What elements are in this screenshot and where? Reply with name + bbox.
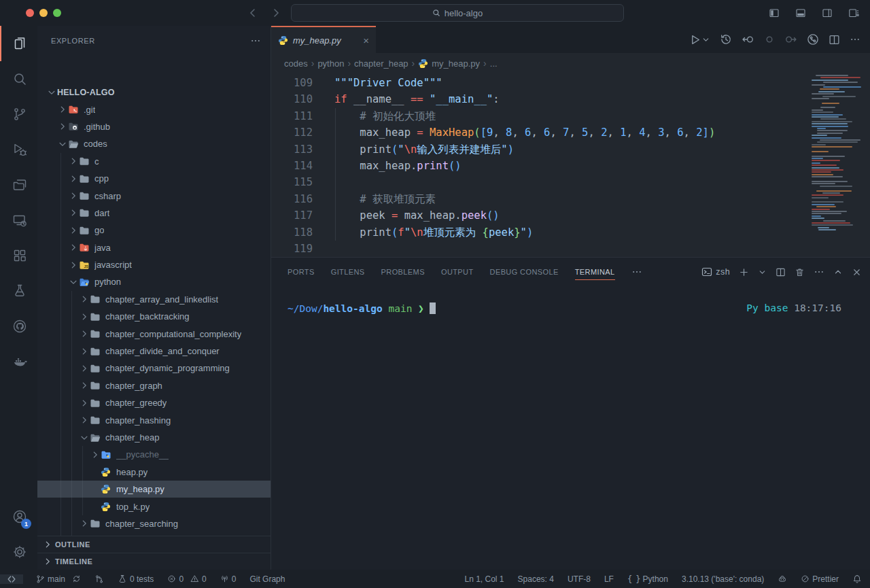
traffic-lights[interactable] xyxy=(26,9,61,17)
tree-folder-codes[interactable]: codes xyxy=(37,135,271,152)
close-tab-icon[interactable]: × xyxy=(363,35,369,46)
customize-layout-button[interactable] xyxy=(846,5,862,21)
split-terminal-button[interactable] xyxy=(776,267,786,277)
tree-folder-chapter-graph[interactable]: chapter_graph xyxy=(37,377,271,394)
kill-terminal-button[interactable] xyxy=(795,267,805,277)
tree-file-heap-py[interactable]: heap.py xyxy=(37,464,271,481)
status-remote[interactable] xyxy=(0,574,23,584)
status-tests[interactable]: 0 tests xyxy=(116,574,155,584)
tree-folder-dart[interactable]: dart xyxy=(37,205,271,222)
tree-folder-chapter-backtracking[interactable]: chapter_backtracking xyxy=(37,308,271,325)
tree-file-top-k-py[interactable]: top_k.py xyxy=(37,498,271,515)
git-graph-button[interactable] xyxy=(807,33,819,46)
tree-folder-chapter-greedy[interactable]: chapter_greedy xyxy=(37,394,271,411)
code-editor[interactable]: 109"""Driver Code"""110if __name__ == "_… xyxy=(271,73,870,257)
activity-remote-explorer-icon[interactable] xyxy=(0,203,37,238)
chevron-right-icon[interactable] xyxy=(68,190,79,201)
panel-tab-terminal[interactable]: TERMINAL xyxy=(575,258,615,286)
chevron-right-icon[interactable] xyxy=(79,518,90,529)
status-notifications[interactable] xyxy=(851,574,863,584)
chevron-right-icon[interactable] xyxy=(79,380,90,391)
chevron-right-icon[interactable] xyxy=(57,104,68,115)
chevron-right-icon[interactable] xyxy=(79,346,90,357)
status-git-graph[interactable]: Git Graph xyxy=(248,574,286,584)
chevron-down-icon[interactable] xyxy=(68,277,79,288)
status-feedback[interactable]: 0 xyxy=(219,574,238,584)
tree-folder-chapter-searching[interactable]: chapter_searching xyxy=(37,515,271,532)
timeline-button[interactable] xyxy=(720,33,732,46)
panel-tab-problems[interactable]: PROBLEMS xyxy=(381,258,425,286)
more-actions-button[interactable] xyxy=(850,34,860,45)
next-change-button[interactable] xyxy=(785,33,797,46)
toggle-secondary-sidebar-button[interactable] xyxy=(819,5,835,21)
terminal[interactable]: ~/Dow/hello-algo main ❯ Py base 18:17:16 xyxy=(271,286,870,570)
status-language-mode[interactable]: { }Python xyxy=(626,574,669,584)
status-prettier[interactable]: Prettier xyxy=(799,574,840,584)
tree-folder-chapter-dynamic-programming[interactable]: chapter_dynamic_programming xyxy=(37,360,271,377)
tree-folder-python[interactable]: python xyxy=(37,273,271,290)
panel-tab-output[interactable]: OUTPUT xyxy=(441,258,474,286)
panel-tab-ports[interactable]: PORTS xyxy=(288,258,315,286)
activity-accounts-icon[interactable]: 1 xyxy=(0,499,37,534)
breadcrumb-item-chapter-heap[interactable]: chapter_heap xyxy=(354,58,408,69)
close-window-button[interactable] xyxy=(26,9,34,17)
activity-folders-icon[interactable] xyxy=(0,167,37,203)
breadcrumb-item-my-heap-py[interactable]: my_heap.py xyxy=(418,58,480,69)
tree-folder-chapter-sorting[interactable]: chapter_sorting xyxy=(37,532,271,536)
chevron-down-icon[interactable] xyxy=(46,87,57,98)
explorer-more-actions[interactable] xyxy=(250,35,261,46)
shell-button[interactable]: zsh xyxy=(701,266,730,277)
tree-folder--pycache-[interactable]: __pycache__ xyxy=(37,446,271,463)
more-button[interactable] xyxy=(814,266,824,277)
tree-folder-chapter-computational-complexity[interactable]: chapter_computational_complexity xyxy=(37,325,271,342)
chevron-right-icon[interactable] xyxy=(68,173,79,184)
status-branch[interactable]: main xyxy=(34,574,82,584)
terminal-picker-button[interactable] xyxy=(758,268,767,277)
breadcrumb-item--[interactable]: ... xyxy=(490,58,498,69)
tree-folder--git[interactable]: .git xyxy=(37,101,271,118)
zoom-window-button[interactable] xyxy=(53,9,61,17)
chevron-right-icon[interactable] xyxy=(68,207,79,218)
status-copilot[interactable] xyxy=(776,574,788,584)
activity-search-icon[interactable] xyxy=(0,61,37,97)
activity-testing-icon[interactable] xyxy=(0,273,37,309)
run-button[interactable] xyxy=(689,34,710,46)
new-terminal-button[interactable] xyxy=(739,267,749,277)
chevron-right-icon[interactable] xyxy=(68,242,79,253)
tree-folder-chapter-hashing[interactable]: chapter_hashing xyxy=(37,411,271,428)
outline-section[interactable]: OUTLINE xyxy=(37,536,271,553)
chevron-right-icon[interactable] xyxy=(79,415,90,426)
chevron-right-icon[interactable] xyxy=(90,449,101,460)
previous-change-button[interactable] xyxy=(742,33,754,46)
chevron-right-icon[interactable] xyxy=(68,156,79,167)
activity-settings-icon[interactable] xyxy=(0,534,37,570)
chevron-down-icon[interactable] xyxy=(79,432,90,443)
chevron-right-icon[interactable] xyxy=(79,328,90,339)
toggle-panel-button[interactable] xyxy=(793,5,809,21)
minimize-window-button[interactable] xyxy=(39,9,48,17)
status-indentation[interactable]: Spaces: 4 xyxy=(517,574,555,584)
toggle-primary-sidebar-button[interactable] xyxy=(766,5,782,21)
tree-folder--github[interactable]: .github xyxy=(37,118,271,135)
chevron-right-icon[interactable] xyxy=(79,311,90,322)
command-center-search[interactable]: hello-algo xyxy=(291,4,624,22)
tree-folder-javascript[interactable]: JSjavascript xyxy=(37,256,271,273)
split-editor-button[interactable] xyxy=(829,34,840,46)
panel-more-tabs-icon[interactable] xyxy=(631,266,642,277)
status-compare[interactable] xyxy=(93,574,105,584)
chevron-right-icon[interactable] xyxy=(79,363,90,374)
chevron-right-icon[interactable] xyxy=(79,398,90,409)
breadcrumb-item-python[interactable]: python xyxy=(317,58,344,69)
navigate-back-button[interactable] xyxy=(245,5,261,21)
tree-file-my-heap-py[interactable]: my_heap.py xyxy=(37,481,271,498)
status-python-interpreter[interactable]: 3.10.13 ('base': conda) xyxy=(680,574,765,584)
chevron-down-icon[interactable] xyxy=(57,139,68,150)
tree-folder-chapter-divide-and-conquer[interactable]: chapter_divide_and_conquer xyxy=(37,343,271,360)
activity-run-and-debug-icon[interactable] xyxy=(0,132,37,167)
minimap[interactable] xyxy=(812,75,865,232)
tree-folder-cpp[interactable]: cpp xyxy=(37,170,271,187)
status-eol[interactable]: LF xyxy=(603,574,615,584)
chevron-right-icon[interactable] xyxy=(79,294,90,305)
activity-source-control-icon[interactable] xyxy=(0,97,37,132)
tree-folder-csharp[interactable]: csharp xyxy=(37,187,271,204)
